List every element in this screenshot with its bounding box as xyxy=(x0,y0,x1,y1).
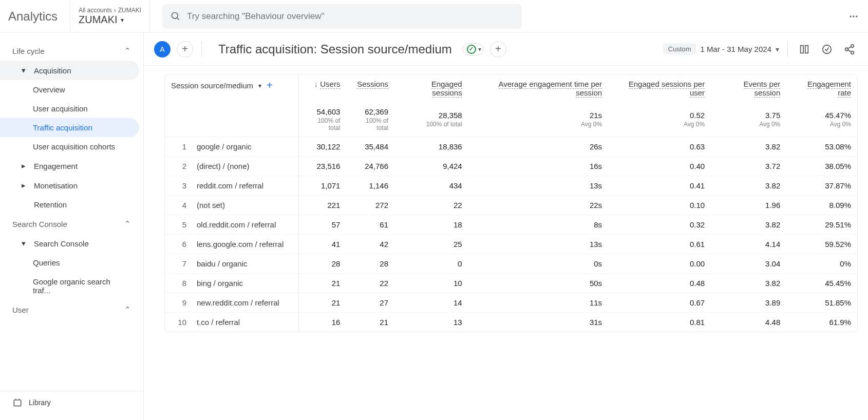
cell-epu: 0.81 xyxy=(608,313,711,332)
cell-rate: 8.09% xyxy=(786,196,857,215)
column-sessions[interactable]: Sessions xyxy=(346,74,394,102)
add-comparison-button[interactable]: + xyxy=(490,41,506,58)
svg-rect-8 xyxy=(801,45,804,53)
table-row[interactable]: 8bing / organic21221050s0.483.8245.45% xyxy=(165,274,857,293)
nav-google-organic-search[interactable]: Google organic search traf... xyxy=(0,272,139,300)
cell-time: 11s xyxy=(468,293,608,313)
caret-down-icon: ▾ xyxy=(22,66,28,75)
cell-epu: 0.41 xyxy=(608,176,711,196)
cell-sessions: 1,146 xyxy=(346,176,394,196)
cell-users: 23,516 xyxy=(298,157,346,176)
cell-rate: 53.08% xyxy=(786,137,857,157)
cell-eps: 3.89 xyxy=(711,293,786,313)
nav-label: Search Console xyxy=(34,239,89,248)
more-icon[interactable] xyxy=(847,10,860,23)
cell-eps: 3.82 xyxy=(711,176,786,196)
add-dimension-button[interactable]: + xyxy=(267,80,273,91)
nav-monetisation[interactable]: ▸ Monetisation xyxy=(0,176,139,195)
cell-users: 21 xyxy=(298,293,346,313)
cell-epu: 0.63 xyxy=(608,137,711,157)
segment-avatar[interactable]: A xyxy=(154,41,171,58)
nav-label: Acquisition xyxy=(34,66,71,75)
cell-time: 13s xyxy=(468,235,608,254)
table-row[interactable]: 7baidu / organic282800s0.003.040% xyxy=(165,254,857,274)
search-bar[interactable] xyxy=(162,4,522,29)
caret-right-icon: ▸ xyxy=(22,181,28,190)
dimension-value: new.reddit.com / referral xyxy=(197,298,279,307)
nav-retention[interactable]: Retention xyxy=(0,195,139,214)
dimension-value: (direct) / (none) xyxy=(197,162,250,170)
cell-users: 221 xyxy=(298,196,346,215)
chevron-up-icon: ⌃ xyxy=(124,305,131,314)
total-engaged: 28,358 xyxy=(439,111,462,120)
cell-users: 1,071 xyxy=(298,176,346,196)
section-user[interactable]: User ⌃ xyxy=(0,300,143,319)
svg-point-0 xyxy=(172,12,178,18)
property-selector[interactable]: All accounts › ZUMAKI ZUMAKI ▾ xyxy=(70,1,150,32)
cell-rate: 29.51% xyxy=(786,215,857,235)
table-row[interactable]: 4(not set)2212722222s0.101.968.09% xyxy=(165,196,857,215)
cell-time: 0s xyxy=(468,254,608,274)
cell-epu: 0.61 xyxy=(608,235,711,254)
dimension-header[interactable]: Session source/medium ▾ + xyxy=(165,74,298,102)
insights-icon[interactable] xyxy=(819,41,835,58)
column-engaged-sessions[interactable]: Engaged sessions xyxy=(394,74,468,102)
nav-label: Traffic acquisition xyxy=(33,123,92,132)
total-epu: 0.52 xyxy=(690,111,705,120)
nav-overview[interactable]: Overview xyxy=(0,80,139,99)
table-row[interactable]: 10t.co / referral16211331s0.814.4861.9% xyxy=(165,313,857,332)
caret-down-icon: ▾ xyxy=(478,46,481,53)
section-label: User xyxy=(12,306,29,314)
cell-engaged: 10 xyxy=(394,274,468,293)
table-row[interactable]: 2(direct) / (none)23,51624,7669,42416s0.… xyxy=(165,157,857,176)
cell-eps: 3.82 xyxy=(711,215,786,235)
nav-traffic-acquisition[interactable]: Traffic acquisition xyxy=(0,118,139,137)
nav-label: Overview xyxy=(33,85,65,94)
library-label: Library xyxy=(29,398,51,407)
top-bar: Analytics All accounts › ZUMAKI ZUMAKI ▾ xyxy=(0,0,868,33)
svg-point-12 xyxy=(845,48,848,51)
dimension-value: lens.google.com / referral xyxy=(197,240,284,249)
section-label: Life cycle xyxy=(12,47,45,55)
cell-users: 16 xyxy=(298,313,346,332)
sort-down-icon: ↓ xyxy=(314,80,318,88)
nav-engagement[interactable]: ▸ Engagement xyxy=(0,156,139,176)
section-life-cycle[interactable]: Life cycle ⌃ xyxy=(0,41,143,61)
svg-point-2 xyxy=(850,15,852,17)
date-range-picker[interactable]: Custom 1 Mar - 31 May 2024 ▾ xyxy=(663,43,779,55)
cell-rate: 51.85% xyxy=(786,293,857,313)
table-row[interactable]: 1google / organic30,12235,48418,83626s0.… xyxy=(165,137,857,157)
table-row[interactable]: 3reddit.com / referral1,0711,14643413s0.… xyxy=(165,176,857,196)
search-input[interactable] xyxy=(187,11,514,22)
column-avg-engagement-time[interactable]: Average engagement time per session xyxy=(468,74,608,102)
nav-queries[interactable]: Queries xyxy=(0,253,139,272)
cell-epu: 0.48 xyxy=(608,274,711,293)
column-engaged-per-user[interactable]: Engaged sessions per user xyxy=(608,74,711,102)
nav-acquisition[interactable]: ▾ Acquisition xyxy=(0,61,139,80)
column-engagement-rate[interactable]: Engagement rate xyxy=(786,74,857,102)
section-search-console[interactable]: Search Console ⌃ xyxy=(0,214,143,234)
svg-point-11 xyxy=(851,44,854,47)
cell-engaged: 9,424 xyxy=(394,157,468,176)
column-users[interactable]: ↓ Users xyxy=(298,74,346,102)
table-row[interactable]: 9new.reddit.com / referral21271411s0.673… xyxy=(165,293,857,313)
nav-search-console[interactable]: ▾ Search Console xyxy=(0,234,139,253)
column-events-per-session[interactable]: Events per session xyxy=(711,74,786,102)
cell-users: 30,122 xyxy=(298,137,346,157)
share-icon[interactable] xyxy=(841,41,858,58)
dimension-value: old.reddit.com / referral xyxy=(197,220,276,229)
caret-down-icon[interactable]: ▾ xyxy=(258,82,261,89)
nav-user-acquisition-cohorts[interactable]: User acquisition cohorts xyxy=(0,137,139,156)
cell-epu: 0.00 xyxy=(608,254,711,274)
nav-user-acquisition[interactable]: User acquisition xyxy=(0,99,139,118)
library-button[interactable]: Library xyxy=(0,391,143,414)
customize-report-icon[interactable] xyxy=(796,41,813,58)
svg-line-1 xyxy=(177,17,179,20)
data-quality-pill[interactable]: ✓ ▾ xyxy=(462,43,484,55)
divider xyxy=(201,42,202,57)
data-table: Session source/medium ▾ + ↓ Users Sessio… xyxy=(164,74,858,332)
table-row[interactable]: 6lens.google.com / referral41422513s0.61… xyxy=(165,235,857,254)
add-segment-button[interactable]: + xyxy=(177,41,193,58)
total-rate: 45.47% xyxy=(825,111,851,120)
table-row[interactable]: 5old.reddit.com / referral5761188s0.323.… xyxy=(165,215,857,235)
